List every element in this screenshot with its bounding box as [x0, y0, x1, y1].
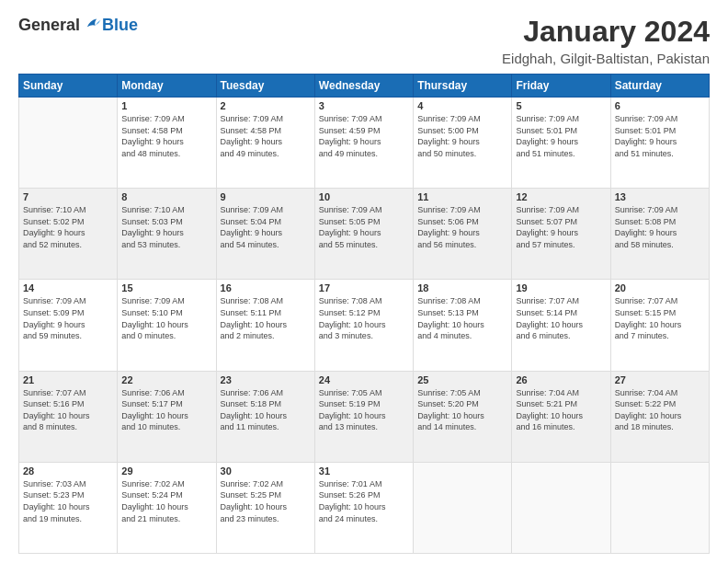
- calendar-row-2: 14Sunrise: 7:09 AMSunset: 5:09 PMDayligh…: [19, 280, 710, 371]
- calendar-cell: 6Sunrise: 7:09 AMSunset: 5:01 PMDaylight…: [610, 98, 709, 189]
- day-number: 10: [319, 191, 409, 202]
- day-info: Sunrise: 7:10 AMSunset: 5:02 PMDaylight:…: [23, 204, 113, 250]
- day-info: Sunrise: 7:02 AMSunset: 5:24 PMDaylight:…: [121, 478, 211, 524]
- page: General Blue January 2024 Eidghah, Gilgi…: [0, 0, 728, 563]
- day-info: Sunrise: 7:02 AMSunset: 5:25 PMDaylight:…: [221, 478, 311, 524]
- calendar-header-sunday: Sunday: [19, 75, 118, 98]
- day-number: 20: [615, 282, 705, 293]
- day-number: 2: [221, 100, 311, 111]
- day-number: 19: [516, 282, 606, 293]
- day-info: Sunrise: 7:09 AMSunset: 5:00 PMDaylight:…: [417, 113, 507, 159]
- day-info: Sunrise: 7:08 AMSunset: 5:12 PMDaylight:…: [319, 295, 409, 341]
- title-section: January 2024 Eidghah, Gilgit-Baltistan, …: [502, 15, 710, 66]
- calendar-cell: 22Sunrise: 7:06 AMSunset: 5:17 PMDayligh…: [118, 371, 216, 462]
- subtitle: Eidghah, Gilgit-Baltistan, Pakistan: [502, 51, 710, 66]
- day-number: 30: [221, 465, 311, 477]
- calendar-cell: 1Sunrise: 7:09 AMSunset: 4:58 PMDaylight…: [118, 98, 216, 189]
- day-info: Sunrise: 7:09 AMSunset: 5:01 PMDaylight:…: [516, 113, 606, 159]
- calendar-cell: 20Sunrise: 7:07 AMSunset: 5:15 PMDayligh…: [610, 280, 709, 371]
- main-title: January 2024: [502, 15, 710, 49]
- day-number: 4: [417, 100, 507, 111]
- day-number: 6: [615, 100, 705, 111]
- day-number: 14: [23, 282, 113, 293]
- calendar-cell: 17Sunrise: 7:08 AMSunset: 5:12 PMDayligh…: [314, 280, 413, 371]
- calendar-cell: [19, 98, 118, 189]
- day-number: 3: [319, 100, 409, 111]
- day-number: 21: [23, 374, 113, 385]
- calendar-row-0: 1Sunrise: 7:09 AMSunset: 4:58 PMDaylight…: [19, 98, 710, 189]
- day-number: 23: [221, 374, 311, 385]
- day-info: Sunrise: 7:04 AMSunset: 5:21 PMDaylight:…: [516, 387, 606, 433]
- day-number: 29: [121, 465, 211, 477]
- logo: General Blue: [18, 15, 138, 35]
- calendar-cell: 24Sunrise: 7:05 AMSunset: 5:19 PMDayligh…: [314, 371, 413, 462]
- calendar-cell: 18Sunrise: 7:08 AMSunset: 5:13 PMDayligh…: [414, 280, 512, 371]
- calendar-cell: 28Sunrise: 7:03 AMSunset: 5:23 PMDayligh…: [19, 462, 118, 553]
- day-number: 26: [516, 374, 606, 385]
- day-info: Sunrise: 7:06 AMSunset: 5:18 PMDaylight:…: [221, 387, 311, 433]
- calendar-cell: 26Sunrise: 7:04 AMSunset: 5:21 PMDayligh…: [512, 371, 610, 462]
- day-info: Sunrise: 7:07 AMSunset: 5:14 PMDaylight:…: [516, 295, 606, 341]
- calendar-cell: 15Sunrise: 7:09 AMSunset: 5:10 PMDayligh…: [118, 280, 216, 371]
- calendar-cell: 9Sunrise: 7:09 AMSunset: 5:04 PMDaylight…: [216, 189, 314, 280]
- logo-bird-icon: [82, 15, 102, 35]
- day-number: 25: [417, 374, 507, 385]
- calendar-cell: 8Sunrise: 7:10 AMSunset: 5:03 PMDaylight…: [118, 189, 216, 280]
- calendar-table: SundayMondayTuesdayWednesdayThursdayFrid…: [18, 74, 710, 554]
- day-number: 11: [417, 191, 507, 202]
- day-info: Sunrise: 7:09 AMSunset: 4:58 PMDaylight:…: [221, 113, 311, 159]
- day-number: 9: [221, 191, 311, 202]
- calendar-cell: 11Sunrise: 7:09 AMSunset: 5:06 PMDayligh…: [414, 189, 512, 280]
- day-info: Sunrise: 7:09 AMSunset: 5:08 PMDaylight:…: [615, 204, 705, 250]
- day-number: 27: [615, 374, 705, 385]
- calendar-cell: 2Sunrise: 7:09 AMSunset: 4:58 PMDaylight…: [216, 98, 314, 189]
- calendar-header-tuesday: Tuesday: [216, 75, 314, 98]
- calendar-cell: [610, 462, 709, 553]
- day-info: Sunrise: 7:05 AMSunset: 5:19 PMDaylight:…: [319, 387, 409, 433]
- calendar-header-wednesday: Wednesday: [314, 75, 413, 98]
- day-number: 7: [23, 191, 113, 202]
- calendar-cell: 7Sunrise: 7:10 AMSunset: 5:02 PMDaylight…: [19, 189, 118, 280]
- day-info: Sunrise: 7:04 AMSunset: 5:22 PMDaylight:…: [615, 387, 705, 433]
- calendar-cell: 27Sunrise: 7:04 AMSunset: 5:22 PMDayligh…: [610, 371, 709, 462]
- calendar-cell: 23Sunrise: 7:06 AMSunset: 5:18 PMDayligh…: [216, 371, 314, 462]
- calendar-cell: 29Sunrise: 7:02 AMSunset: 5:24 PMDayligh…: [118, 462, 216, 553]
- day-number: 1: [121, 100, 211, 111]
- day-info: Sunrise: 7:08 AMSunset: 5:11 PMDaylight:…: [221, 295, 311, 341]
- calendar-header-thursday: Thursday: [414, 75, 512, 98]
- calendar-cell: 13Sunrise: 7:09 AMSunset: 5:08 PMDayligh…: [610, 189, 709, 280]
- day-number: 12: [516, 191, 606, 202]
- calendar-cell: [512, 462, 610, 553]
- calendar-cell: 10Sunrise: 7:09 AMSunset: 5:05 PMDayligh…: [314, 189, 413, 280]
- calendar-cell: 25Sunrise: 7:05 AMSunset: 5:20 PMDayligh…: [414, 371, 512, 462]
- day-number: 17: [319, 282, 409, 293]
- day-info: Sunrise: 7:09 AMSunset: 4:59 PMDaylight:…: [319, 113, 409, 159]
- day-info: Sunrise: 7:07 AMSunset: 5:15 PMDaylight:…: [615, 295, 705, 341]
- day-number: 28: [23, 465, 113, 477]
- day-info: Sunrise: 7:03 AMSunset: 5:23 PMDaylight:…: [23, 478, 113, 524]
- calendar-header-friday: Friday: [512, 75, 610, 98]
- calendar-cell: [414, 462, 512, 553]
- calendar-cell: 30Sunrise: 7:02 AMSunset: 5:25 PMDayligh…: [216, 462, 314, 553]
- logo-blue-text: Blue: [102, 16, 138, 35]
- day-info: Sunrise: 7:01 AMSunset: 5:26 PMDaylight:…: [319, 478, 409, 524]
- day-info: Sunrise: 7:05 AMSunset: 5:20 PMDaylight:…: [417, 387, 507, 433]
- calendar-cell: 16Sunrise: 7:08 AMSunset: 5:11 PMDayligh…: [216, 280, 314, 371]
- calendar-cell: 19Sunrise: 7:07 AMSunset: 5:14 PMDayligh…: [512, 280, 610, 371]
- header: General Blue January 2024 Eidghah, Gilgi…: [18, 15, 710, 66]
- day-info: Sunrise: 7:09 AMSunset: 5:01 PMDaylight:…: [615, 113, 705, 159]
- calendar-cell: 5Sunrise: 7:09 AMSunset: 5:01 PMDaylight…: [512, 98, 610, 189]
- logo-general-text: General: [18, 16, 80, 35]
- day-number: 8: [121, 191, 211, 202]
- day-info: Sunrise: 7:10 AMSunset: 5:03 PMDaylight:…: [121, 204, 211, 250]
- day-number: 5: [516, 100, 606, 111]
- day-number: 16: [221, 282, 311, 293]
- day-number: 18: [417, 282, 507, 293]
- day-info: Sunrise: 7:09 AMSunset: 4:58 PMDaylight:…: [121, 113, 211, 159]
- calendar-row-1: 7Sunrise: 7:10 AMSunset: 5:02 PMDaylight…: [19, 189, 710, 280]
- day-info: Sunrise: 7:09 AMSunset: 5:07 PMDaylight:…: [516, 204, 606, 250]
- day-info: Sunrise: 7:06 AMSunset: 5:17 PMDaylight:…: [121, 387, 211, 433]
- calendar-cell: 12Sunrise: 7:09 AMSunset: 5:07 PMDayligh…: [512, 189, 610, 280]
- day-info: Sunrise: 7:09 AMSunset: 5:05 PMDaylight:…: [319, 204, 409, 250]
- calendar-header-monday: Monday: [118, 75, 216, 98]
